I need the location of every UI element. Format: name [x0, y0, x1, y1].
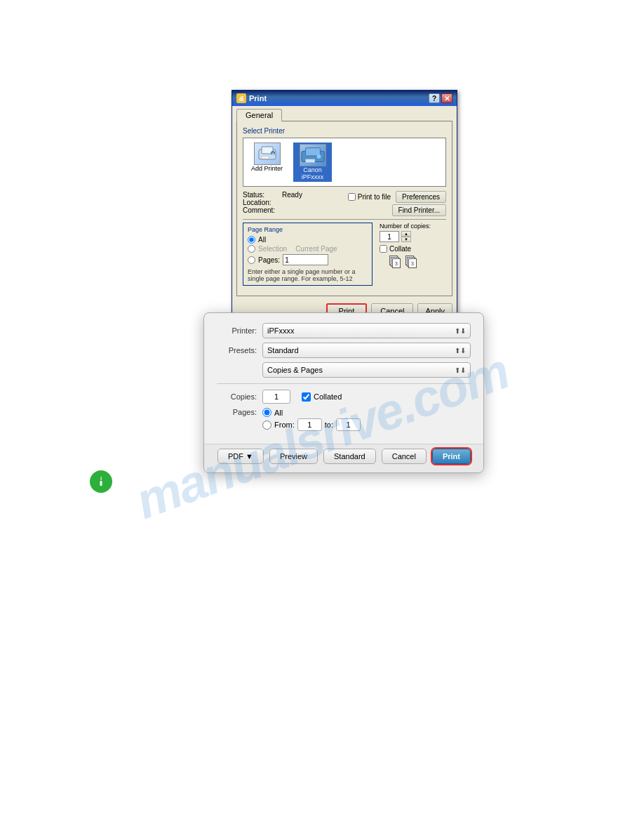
- mac-print-dialog: Printer: iPFxxxx ⬆⬇ Presets: Standard ⬆⬇…: [203, 312, 484, 473]
- status-right: Print to file Preferences Find Printer..…: [348, 191, 446, 216]
- comment-line: Comment:: [243, 206, 348, 214]
- divider: [243, 219, 446, 220]
- svg-rect-4: [262, 157, 269, 159]
- copies-input[interactable]: [380, 231, 399, 242]
- page-range-box: Page Range All Selection Current Page: [243, 223, 373, 286]
- location-key: Location:: [243, 199, 279, 206]
- print-dialog-icon: 🖨: [236, 93, 246, 103]
- collated-check: Collated: [302, 392, 342, 402]
- mac-from-row: From: to:: [262, 418, 361, 431]
- mac-from-label: From:: [274, 421, 295, 429]
- dialog-tabs: General: [232, 106, 457, 121]
- canon-printer-icon: [300, 144, 326, 166]
- location-line: Location:: [243, 199, 348, 206]
- radio-selection-label: Selection: [258, 245, 287, 253]
- section-select[interactable]: Copies & Pages ⬆⬇: [262, 362, 471, 378]
- mac-radio-all[interactable]: [262, 408, 271, 417]
- spin-up-button[interactable]: ▲: [401, 231, 411, 237]
- svg-point-8: [316, 154, 321, 159]
- status-key: Status:: [243, 191, 279, 199]
- collate-checkbox[interactable]: [380, 245, 387, 253]
- radio-all-label: All: [258, 236, 266, 244]
- collate-icon: 1 2 3 1 2 3: [389, 256, 446, 268]
- printer-value: iPFxxxx: [267, 326, 295, 335]
- status-value: Ready: [282, 191, 302, 199]
- mac-radio-all-row: All: [262, 408, 361, 417]
- mac-copies-input[interactable]: [262, 390, 290, 404]
- canon-printer-item[interactable]: Canon iPFxxxx: [293, 143, 332, 182]
- mac-to-label: to:: [325, 421, 333, 429]
- win-titlebar: 🖨 Print ? ✕: [232, 91, 457, 106]
- svg-rect-6: [305, 148, 320, 156]
- spin-buttons: ▲ ▼: [401, 231, 411, 242]
- mac-dialog-content: Printer: iPFxxxx ⬆⬇ Presets: Standard ⬆⬇…: [204, 313, 483, 444]
- standard-button[interactable]: Standard: [323, 449, 376, 464]
- mac-radio-all-label: All: [274, 409, 283, 417]
- info-svg: i: [93, 474, 109, 489]
- radio-current-page-label: Current Page: [295, 245, 337, 253]
- mac-dialog-buttons: PDF ▼ Preview Standard Cancel Print: [204, 444, 483, 472]
- titlebar-buttons: ? ✕: [429, 93, 452, 103]
- help-button[interactable]: ?: [429, 93, 440, 103]
- copies-row: Copies: Collated: [217, 390, 471, 404]
- dialog-content: Select Printer + Add Printer: [236, 121, 452, 296]
- radio-pages[interactable]: [248, 256, 255, 264]
- pages-input[interactable]: [283, 254, 328, 265]
- printer-select[interactable]: iPFxxxx ⬆⬇: [262, 323, 471, 338]
- presets-select[interactable]: Standard ⬆⬇: [262, 343, 471, 358]
- page-range-label: Page Range: [248, 226, 368, 233]
- spin-down-button[interactable]: ▼: [401, 237, 411, 242]
- tab-general[interactable]: General: [236, 109, 282, 121]
- dialog-title: Print: [249, 94, 267, 102]
- mac-print-button[interactable]: Print: [432, 449, 471, 464]
- copies-row: ▲ ▼: [380, 231, 446, 242]
- add-printer-icon: +: [254, 143, 281, 165]
- mac-from-input[interactable]: [297, 418, 322, 431]
- copies-label: Copies:: [217, 392, 262, 401]
- radio-all[interactable]: [248, 236, 255, 244]
- svg-rect-7: [305, 159, 314, 163]
- print-to-file-checkbox[interactable]: [348, 193, 356, 201]
- mac-cancel-button[interactable]: Cancel: [382, 449, 427, 464]
- page-range-area: Page Range All Selection Current Page: [243, 223, 446, 290]
- status-line: Status: Ready: [243, 191, 348, 199]
- svg-text:+: +: [271, 152, 274, 157]
- mac-radio-from[interactable]: [262, 421, 271, 430]
- print-to-file-row: Print to file Preferences: [348, 191, 446, 203]
- section-select-arrow: ⬆⬇: [455, 366, 466, 374]
- collated-label: Collated: [314, 392, 342, 401]
- titlebar-left: 🖨 Print: [236, 93, 267, 103]
- collated-checkbox[interactable]: [302, 392, 311, 402]
- section-value: Copies & Pages: [267, 366, 323, 374]
- collate-row: Collate: [380, 245, 446, 253]
- select-printer-label: Select Printer: [243, 127, 446, 135]
- pages-row: Pages: All From: to:: [217, 408, 471, 431]
- presets-row: Presets: Standard ⬆⬇: [217, 343, 471, 358]
- find-printer-button[interactable]: Find Printer...: [392, 204, 446, 216]
- printer-row: Printer: iPFxxxx ⬆⬇: [217, 323, 471, 338]
- mac-separator: [217, 383, 471, 384]
- radio-selection[interactable]: [248, 245, 255, 253]
- comment-key: Comment:: [243, 206, 279, 214]
- pages-radio-group: All From: to:: [262, 408, 361, 431]
- radio-pages-label: Pages:: [258, 256, 280, 264]
- printer-select-arrow: ⬆⬇: [455, 327, 466, 335]
- print-to-file-label: Print to file: [358, 193, 391, 201]
- num-copies-label: Number of copies:: [380, 223, 446, 230]
- canon-printer-label: Canon iPFxxxx: [295, 166, 330, 180]
- mac-to-input[interactable]: [336, 418, 361, 431]
- svg-rect-11: [100, 481, 102, 486]
- presets-value: Standard: [267, 346, 299, 355]
- info-icon: i: [90, 470, 112, 493]
- close-button[interactable]: ✕: [441, 93, 452, 103]
- collate-label: Collate: [389, 245, 411, 253]
- pages-label: Pages:: [217, 408, 262, 416]
- preview-button[interactable]: Preview: [269, 449, 318, 464]
- pdf-button[interactable]: PDF ▼: [217, 449, 264, 464]
- status-left: Status: Ready Location: Comment:: [243, 191, 348, 216]
- add-printer-item[interactable]: + Add Printer: [248, 143, 286, 182]
- section-row: Copies & Pages ⬆⬇: [217, 362, 471, 378]
- windows-print-dialog: 🖨 Print ? ✕ General Select Printer +: [232, 90, 457, 324]
- printer-list: + Add Printer Canon iPFxxxx: [243, 138, 446, 187]
- preferences-button[interactable]: Preferences: [396, 191, 446, 203]
